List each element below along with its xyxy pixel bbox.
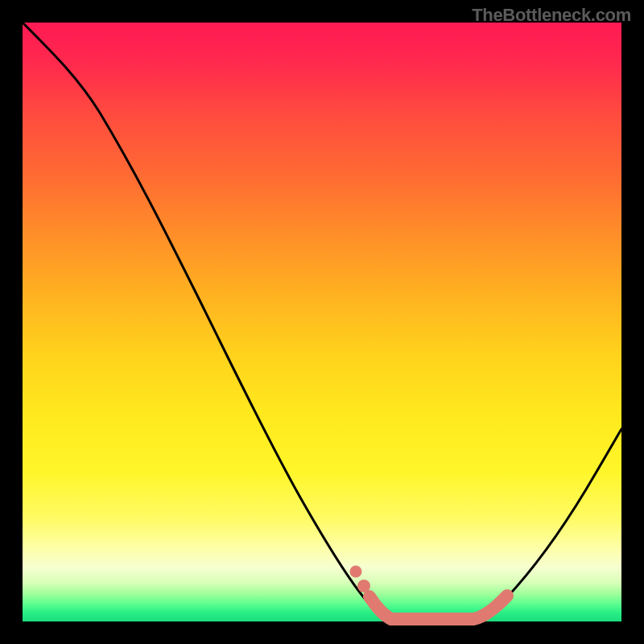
curve-layer bbox=[23, 23, 621, 621]
chart-container: TheBottleneck.com bbox=[0, 0, 644, 644]
plot-area bbox=[23, 23, 621, 621]
optimal-marker bbox=[350, 566, 362, 578]
optimal-band bbox=[369, 596, 507, 619]
optimal-marker bbox=[357, 580, 370, 592]
bottleneck-curve bbox=[23, 23, 621, 620]
